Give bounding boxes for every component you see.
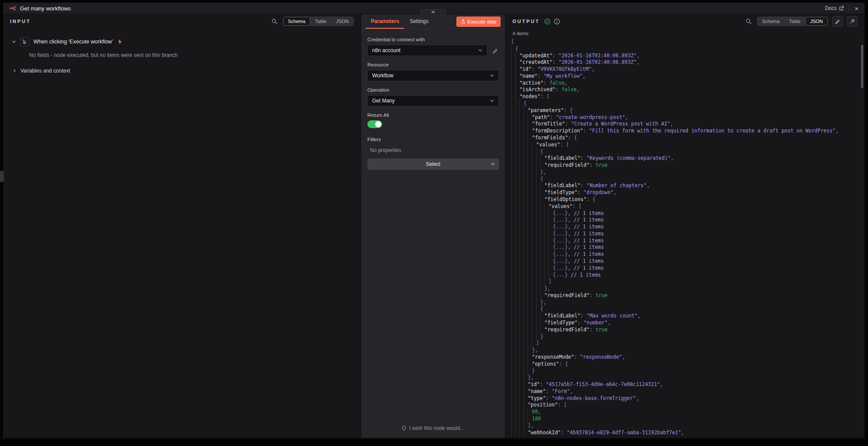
filters-label: Filters <box>367 137 499 142</box>
json-line: }, <box>511 347 865 354</box>
tab-parameters[interactable]: Parameters <box>366 14 404 29</box>
json-line: {...}, // 1 items <box>511 258 865 265</box>
tab-table[interactable]: Table <box>310 17 330 25</box>
tab-settings[interactable]: Settings <box>404 14 433 29</box>
json-line: {...}, // 1 items <box>511 231 865 238</box>
filters-select-label: Select <box>426 161 440 167</box>
json-line: 60, <box>511 409 865 416</box>
docs-link[interactable]: Docs <box>825 5 849 11</box>
json-line: "formFields": { <box>511 135 865 142</box>
drag-grip-icon <box>432 11 435 13</box>
json-line: "path": "create-wordpress-post", <box>511 114 865 121</box>
tab-json[interactable]: JSON <box>332 17 353 25</box>
json-line: ] <box>511 278 865 285</box>
json-line: "formDescription": "Fill this form with … <box>511 128 865 135</box>
json-line: }, <box>511 374 865 381</box>
input-view-tabs: SchemaTableJSON <box>283 17 354 26</box>
lightbulb-icon <box>402 426 406 431</box>
pin-data-icon[interactable] <box>847 16 858 26</box>
json-line: {...}, // 1 items <box>511 224 865 231</box>
input-search-icon[interactable] <box>271 17 278 25</box>
variables-context-row[interactable]: Variables and context <box>13 68 352 74</box>
json-line: "id": "4517a5b7-f153-4d0e-a64c-7e08c1124… <box>511 381 865 388</box>
json-line: }, <box>511 299 865 306</box>
trigger-node-label: When clicking ‘Execute workflow’ <box>33 39 113 45</box>
resource-select[interactable]: Workflow <box>367 70 499 81</box>
input-body: When clicking ‘Execute workflow’ No fiel… <box>3 28 361 79</box>
chevron-down-icon <box>478 48 482 53</box>
credential-row: n8n account <box>367 45 499 56</box>
json-line: "active": false, <box>511 80 865 87</box>
tab-json[interactable]: JSON <box>806 17 827 25</box>
json-line: "webhookId": "4b937814-e829-4df7-aaba-31… <box>511 429 865 436</box>
json-line: "requiredField": true <box>511 327 865 334</box>
json-line: "formTitle": "Create a WordPress post wi… <box>511 121 865 128</box>
operation-value: Get Many <box>372 98 395 104</box>
parameters-header: Parameters Settings Execute step <box>361 14 505 29</box>
json-line: "parameters": { <box>511 107 865 114</box>
json-line: "fieldLabel": "Max words count", <box>511 313 865 320</box>
parameters-body: Credential to connect with n8n account <box>361 29 505 418</box>
execute-step-button[interactable]: Execute step <box>456 17 501 27</box>
json-line: "name": "My workflow", <box>511 73 865 80</box>
json-line: "updatedAt": "2026-01-16T02:40:06.893Z", <box>511 53 865 59</box>
output-panel: OUTPUT SchemaTableJSON <box>505 14 865 438</box>
json-line: 180 <box>511 416 865 423</box>
json-line: } <box>511 334 865 340</box>
ndv-panels: INPUT SchemaTableJSON <box>3 14 865 438</box>
json-line: }, <box>511 169 865 176</box>
json-line: "createdAt": "2026-01-16T02:40:06.893Z", <box>511 59 865 66</box>
chevron-down-icon <box>490 73 494 78</box>
variables-context-label: Variables and context <box>20 68 70 74</box>
node-feedback-link[interactable]: I wish this node would... <box>361 418 505 438</box>
panel-resize-handle[interactable] <box>0 171 4 182</box>
output-status-icons <box>544 18 560 25</box>
parameters-panel: Parameters Settings Execute step Credent… <box>361 14 505 438</box>
json-line: "fieldType": "dropdown", <box>511 189 865 196</box>
chevron-right-icon <box>13 69 17 73</box>
flask-icon <box>461 19 465 24</box>
json-line: "fieldLabel": "Number of chapters", <box>511 182 865 189</box>
input-trigger-row[interactable]: When clicking ‘Execute workflow’ <box>12 37 352 46</box>
docs-label: Docs <box>825 5 837 11</box>
lightning-bolt-icon <box>118 39 122 44</box>
execute-step-label: Execute step <box>468 19 496 24</box>
close-icon[interactable]: × <box>855 5 858 12</box>
chevron-down-icon <box>491 162 495 168</box>
return-all-label: Return All <box>367 112 499 118</box>
info-icon[interactable] <box>554 18 560 25</box>
json-line: "type": "n8n-nodes-base.formTrigger", <box>511 395 865 402</box>
json-line: {...} // 1 items <box>511 272 865 279</box>
operation-select[interactable]: Get Many <box>367 95 499 106</box>
panel-drag-handle[interactable] <box>421 9 446 14</box>
output-search-icon[interactable] <box>745 17 752 25</box>
json-line: "values": [ <box>511 203 865 210</box>
credential-select[interactable]: n8n account <box>367 45 487 56</box>
tab-table[interactable]: Table <box>785 17 805 25</box>
json-line: "fieldType": "number", <box>511 320 865 327</box>
json-line: { <box>511 176 865 183</box>
cursor-node-icon <box>20 37 30 46</box>
filters-select-button[interactable]: Select <box>367 159 499 170</box>
json-line: ], <box>511 423 865 429</box>
json-line: "isArchived": false, <box>511 86 865 93</box>
chevron-down-icon[interactable] <box>12 40 16 44</box>
wish-text: I wish this node would... <box>409 425 464 431</box>
edit-credential-pencil-icon[interactable] <box>492 47 499 54</box>
json-line: } <box>511 368 865 375</box>
n8n-node-icon <box>9 6 16 11</box>
json-line: "values": [ <box>511 142 865 149</box>
resource-label: Resource <box>367 62 499 67</box>
tab-schema[interactable]: Schema <box>284 17 310 25</box>
edit-output-pencil-icon[interactable] <box>832 16 843 26</box>
tab-schema[interactable]: Schema <box>758 17 784 25</box>
return-all-toggle[interactable] <box>367 120 382 128</box>
credential-value: n8n account <box>372 47 400 53</box>
output-view-tabs: SchemaTableJSON <box>757 17 828 26</box>
output-scrollbar[interactable] <box>861 45 863 88</box>
input-panel: INPUT SchemaTableJSON <box>3 14 361 438</box>
json-line: {...}, // 1 items <box>511 251 865 258</box>
json-line: {...}, // 1 items <box>511 210 865 217</box>
operation-label: Operation <box>367 87 499 93</box>
json-line: "nodes": [ <box>511 93 865 100</box>
